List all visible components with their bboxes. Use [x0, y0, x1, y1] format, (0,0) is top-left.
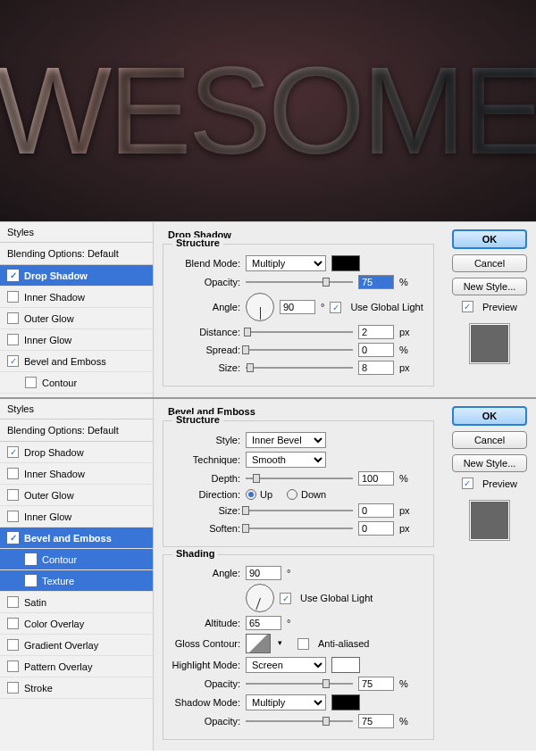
preview-checkbox[interactable]: Preview — [462, 478, 517, 489]
angle-dial[interactable] — [246, 293, 274, 321]
bevel-size-slider[interactable] — [246, 510, 353, 511]
checkbox-icon[interactable] — [7, 291, 19, 303]
style-item-color-overlay[interactable]: Color Overlay — [0, 613, 153, 635]
styles-header[interactable]: Styles — [0, 222, 153, 243]
style-item-bevel-and-emboss[interactable]: Bevel and Emboss — [0, 351, 153, 372]
use-global-light[interactable]: Use Global Light — [330, 302, 423, 313]
style-item-inner-glow[interactable]: Inner Glow — [0, 506, 153, 528]
altitude-input[interactable] — [246, 616, 281, 630]
checkbox-icon[interactable] — [7, 618, 19, 629]
style-item-inner-glow[interactable]: Inner Glow — [0, 329, 153, 351]
checkbox-icon[interactable] — [7, 355, 19, 367]
angle-input[interactable] — [280, 300, 315, 314]
style-item-drop-shadow[interactable]: Drop Shadow — [0, 442, 153, 463]
style-item-outer-glow[interactable]: Outer Glow — [0, 308, 153, 329]
style-item-label: Gradient Overlay — [24, 640, 98, 651]
style-item-contour[interactable]: Contour — [0, 549, 153, 570]
layer-style-panel-2: Styles Blending Options: Default Drop Sh… — [0, 397, 536, 751]
style-item-stroke[interactable]: Stroke — [0, 677, 153, 699]
checkbox-icon[interactable] — [7, 532, 19, 544]
depth-slider[interactable] — [246, 478, 353, 479]
checkbox-icon[interactable] — [7, 270, 19, 281]
distance-slider[interactable] — [246, 331, 353, 333]
shadow-color-swatch[interactable] — [331, 694, 360, 710]
size-input[interactable] — [358, 361, 394, 375]
checkbox-icon[interactable] — [7, 682, 19, 694]
shadow-color-swatch[interactable] — [331, 255, 360, 271]
checkbox-icon[interactable] — [7, 596, 19, 608]
checkbox-icon[interactable] — [7, 489, 19, 501]
spread-label: Spread: — [169, 345, 240, 355]
depth-input[interactable] — [358, 471, 394, 486]
direction-down[interactable]: Down — [287, 489, 326, 500]
spread-input[interactable] — [358, 343, 394, 357]
technique-select[interactable]: Smooth — [246, 452, 326, 468]
checkbox-icon[interactable] — [7, 334, 19, 345]
spread-slider[interactable] — [246, 349, 353, 351]
bevel-size-input[interactable] — [358, 503, 394, 518]
shadow-mode-select[interactable]: Multiply — [246, 694, 326, 710]
hero-preview: WESOME — [0, 0, 536, 221]
checkbox-icon[interactable] — [7, 639, 19, 651]
styles-header[interactable]: Styles — [0, 399, 153, 420]
gloss-contour-picker[interactable] — [246, 634, 271, 653]
checkbox-icon[interactable] — [25, 377, 37, 388]
style-item-label: Pattern Overlay — [24, 661, 92, 672]
highlight-mode-select[interactable]: Screen — [246, 657, 326, 673]
style-item-label: Outer Glow — [24, 313, 74, 324]
style-item-drop-shadow[interactable]: Drop Shadow — [0, 265, 153, 287]
structure-fieldset: Structure Style: Inner Bevel Technique: … — [163, 420, 434, 547]
settings-area: Drop Shadow Structure Blend Mode: Multip… — [154, 222, 443, 397]
style-select[interactable]: Inner Bevel — [246, 432, 326, 448]
style-item-contour[interactable]: Contour — [0, 372, 153, 394]
structure-fieldset: Structure Blend Mode: Multiply Opacity: … — [163, 244, 434, 386]
cancel-button[interactable]: Cancel — [452, 254, 527, 272]
direction-up[interactable]: Up — [246, 489, 272, 500]
shading-angle-dial[interactable] — [246, 584, 274, 612]
style-item-inner-shadow[interactable]: Inner Shadow — [0, 463, 153, 485]
style-item-pattern-overlay[interactable]: Pattern Overlay — [0, 656, 153, 677]
soften-slider[interactable] — [246, 528, 353, 529]
angle-unit: ° — [321, 302, 324, 312]
style-item-gradient-overlay[interactable]: Gradient Overlay — [0, 635, 153, 656]
ok-button[interactable]: OK — [452, 406, 527, 426]
checkbox-icon[interactable] — [7, 468, 19, 479]
style-item-inner-shadow[interactable]: Inner Shadow — [0, 287, 153, 308]
blendmode-select[interactable]: Multiply — [246, 255, 326, 271]
cancel-button[interactable]: Cancel — [452, 431, 527, 449]
distance-input[interactable] — [358, 325, 394, 339]
checkbox-icon[interactable] — [7, 511, 19, 522]
shadow-opacity-slider[interactable] — [246, 720, 353, 722]
blending-options[interactable]: Blending Options: Default — [0, 420, 153, 442]
style-item-label: Contour — [42, 378, 77, 388]
style-item-satin[interactable]: Satin — [0, 592, 153, 613]
anti-aliased[interactable]: Anti-aliased — [297, 638, 369, 650]
preview-swatch — [469, 500, 510, 541]
checkbox-icon[interactable] — [7, 312, 19, 324]
checkbox-icon[interactable] — [25, 553, 37, 565]
blending-options[interactable]: Blending Options: Default — [0, 243, 153, 265]
preview-checkbox[interactable]: Preview — [462, 301, 517, 312]
ok-button[interactable]: OK — [452, 229, 527, 249]
new-style-button[interactable]: New Style... — [452, 278, 527, 295]
checkbox-icon[interactable] — [7, 446, 19, 458]
opacity-label: Opacity: — [169, 277, 240, 287]
opacity-input[interactable] — [358, 275, 394, 289]
soften-input[interactable] — [358, 521, 394, 536]
shading-fieldset: Shading Angle: ° Use Global Light Altitu… — [163, 554, 434, 740]
style-item-outer-glow[interactable]: Outer Glow — [0, 485, 153, 506]
shading-angle-input[interactable] — [246, 566, 281, 580]
checkbox-icon[interactable] — [7, 660, 19, 672]
checkbox-icon[interactable] — [25, 575, 37, 586]
highlight-color-swatch[interactable] — [331, 657, 360, 673]
highlight-opacity-input[interactable] — [358, 677, 394, 691]
opacity-slider[interactable] — [246, 281, 353, 283]
new-style-button[interactable]: New Style... — [452, 454, 527, 472]
style-item-label: Satin — [24, 597, 46, 608]
size-slider[interactable] — [246, 367, 353, 369]
shadow-opacity-input[interactable] — [358, 714, 394, 728]
style-item-texture[interactable]: Texture — [0, 570, 153, 592]
shading-use-global[interactable]: Use Global Light — [280, 593, 373, 604]
style-item-bevel-and-emboss[interactable]: Bevel and Emboss — [0, 528, 153, 549]
highlight-opacity-slider[interactable] — [246, 683, 353, 685]
